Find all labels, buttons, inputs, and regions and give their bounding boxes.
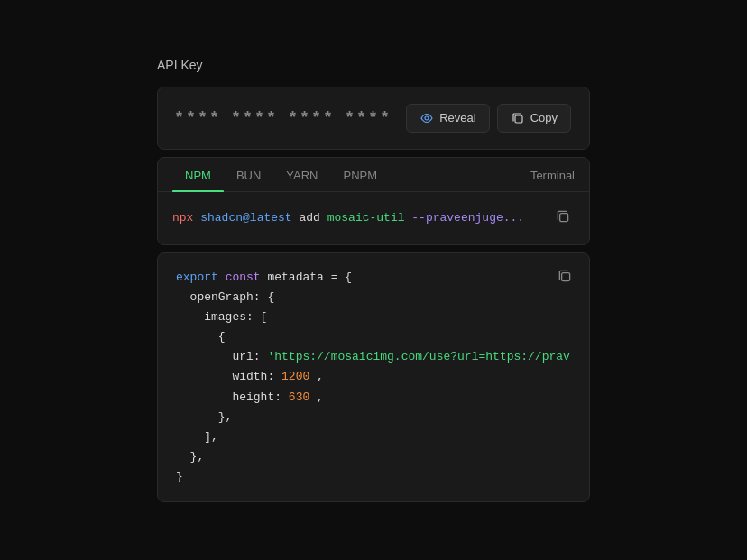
code-block: export const metadata = { openGraph: { i… xyxy=(176,268,571,487)
copy-icon xyxy=(511,111,525,125)
copy-api-key-button[interactable]: Copy xyxy=(497,104,571,133)
package-manager-card: NPM BUN YARN PNPM Terminal npx shadcn@la… xyxy=(157,157,590,245)
reveal-button[interactable]: Reveal xyxy=(406,104,489,133)
code-line-9: ], xyxy=(176,427,571,447)
api-key-title: API Key xyxy=(157,58,590,72)
api-key-card: **** **** **** **** Reveal Copy xyxy=(157,87,590,150)
code-line-4: { xyxy=(176,327,571,347)
svg-point-0 xyxy=(425,116,429,120)
pkg-command-line: npx shadcn@latest add mosaic-util --prav… xyxy=(158,192,589,244)
pkg-tabs: NPM BUN YARN PNPM Terminal xyxy=(158,158,589,192)
code-line-5: url: 'https://mosaicimg.com/use?url=http… xyxy=(176,347,571,367)
svg-rect-3 xyxy=(562,273,570,281)
copy-code-icon xyxy=(557,268,573,284)
code-line-7: height: 630 , xyxy=(176,388,571,408)
reveal-icon xyxy=(420,111,434,125)
tab-bun[interactable]: BUN xyxy=(224,158,273,191)
main-container: API Key **** **** **** **** Reveal Copy xyxy=(157,58,590,502)
code-line-6: width: 1200 , xyxy=(176,367,571,387)
reveal-label: Reveal xyxy=(439,111,475,124)
api-key-masked: **** **** **** **** xyxy=(176,108,393,127)
command-text: npx shadcn@latest add mosaic-util --prav… xyxy=(172,211,542,225)
code-line-3: images: [ xyxy=(176,308,571,327)
cmd-npx: npx xyxy=(172,211,193,225)
tab-yarn[interactable]: YARN xyxy=(273,158,330,191)
tab-pnpm[interactable]: PNPM xyxy=(331,158,391,191)
cmd-package: shadcn@latest xyxy=(200,211,291,225)
code-line-8: }, xyxy=(176,408,571,427)
code-line-1: export const metadata = { xyxy=(176,268,571,288)
cmd-tool: mosaic-util xyxy=(327,211,405,225)
code-line-10: }, xyxy=(176,447,571,467)
copy-code-button[interactable] xyxy=(553,264,576,291)
cmd-flag: --praveenjuge... xyxy=(411,211,524,225)
tab-npm[interactable]: NPM xyxy=(172,158,224,191)
code-line-11: } xyxy=(176,467,571,487)
terminal-label: Terminal xyxy=(530,158,575,191)
api-key-actions: Reveal Copy xyxy=(406,104,571,133)
code-card: export const metadata = { openGraph: { i… xyxy=(157,252,590,502)
copy-command-button[interactable] xyxy=(551,205,575,232)
svg-rect-1 xyxy=(515,115,522,123)
code-line-2: openGraph: { xyxy=(176,288,571,308)
copy-cmd-icon xyxy=(555,208,571,225)
svg-rect-2 xyxy=(560,214,568,222)
copy-label: Copy xyxy=(530,111,558,124)
